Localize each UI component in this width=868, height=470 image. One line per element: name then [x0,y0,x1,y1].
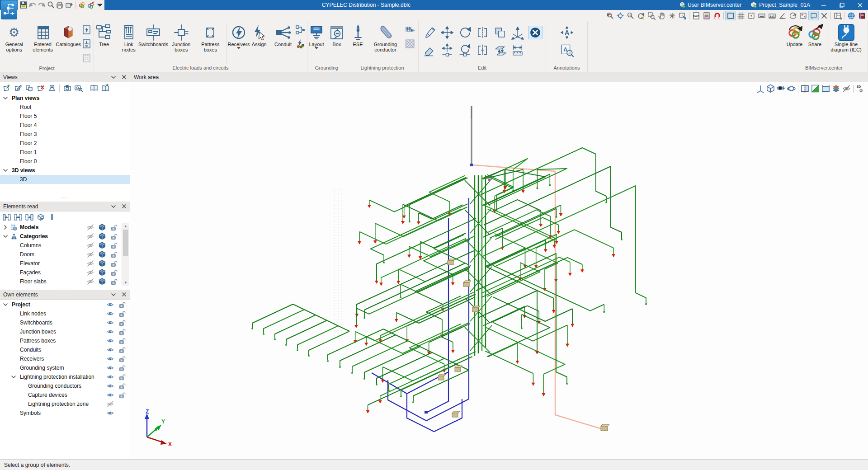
elements-read-close-button[interactable] [122,204,127,209]
section-box-button[interactable] [821,84,831,94]
rotate-view-button[interactable] [776,84,786,94]
chevron-right-icon[interactable] [3,225,8,230]
clip-plane-button[interactable] [810,84,821,94]
rotate-button[interactable] [458,26,472,39]
update-button[interactable]: Update [785,23,805,48]
view-item-roof[interactable]: Roof [0,103,130,112]
model-3d-icon[interactable] [99,269,106,276]
visibility-icon[interactable] [107,310,114,317]
layout-button[interactable]: Layout [307,23,326,50]
lock-open-icon[interactable] [118,329,126,335]
lock-open-icon[interactable] [118,320,126,326]
visibility-icon[interactable] [107,338,114,344]
own-elements-item-receivers[interactable]: Receivers [0,354,130,363]
own-elements-item-symbols[interactable]: Symbols [0,409,130,418]
dimension-button[interactable]: 1.00 [767,11,777,20]
maximize-button[interactable] [834,0,850,10]
lock-open-icon[interactable] [110,278,118,285]
model-3d-icon[interactable] [99,242,106,249]
own-elements-item-project[interactable]: Project [0,300,130,309]
orbit-view-button[interactable] [786,84,797,94]
move-text-button[interactable]: A [560,26,574,39]
link-center-button[interactable] [13,213,23,222]
window-layout-button[interactable] [832,11,843,20]
junction-boxes-button[interactable]: Junction boxes [167,23,195,53]
bimserver-web-button[interactable] [846,11,856,20]
lock-open-icon[interactable] [110,269,118,276]
dynamic-view-button[interactable] [667,11,677,20]
chevron-down-icon[interactable] [3,302,8,307]
move-point-button[interactable] [440,43,454,57]
view-cube-button[interactable] [765,84,776,94]
grounding-document-button[interactable] [81,38,93,50]
visibility-off-icon[interactable] [87,260,94,267]
entered-elements-button[interactable]: Entered elements [28,23,57,53]
model-3d-icon[interactable] [99,278,106,285]
bimserver-project-chip[interactable]: Project_Sample_01A [747,0,814,10]
lock-open-icon[interactable] [118,383,126,389]
view-item-floor-0[interactable]: Floor 0 [0,157,130,166]
scale-button[interactable] [510,26,525,39]
model-3d-icon[interactable] [99,260,106,267]
visibility-off-icon[interactable] [87,251,94,258]
share-button[interactable]: Share [805,23,825,48]
view-item-floor-1[interactable]: Floor 1 [0,148,130,157]
send-view-button[interactable] [677,11,688,20]
visibility-icon[interactable] [107,347,114,353]
link-last-button[interactable] [24,213,34,222]
view-item-floor-2[interactable]: Floor 2 [0,139,130,148]
dwg-layers-button[interactable]: DWG [701,11,712,20]
lock-open-icon[interactable] [118,356,126,362]
move-button[interactable] [440,26,454,39]
visibility-icon[interactable] [107,365,114,371]
find-text-button[interactable]: A [560,43,574,57]
visibility-icon[interactable] [107,320,114,326]
section-plane-button[interactable] [800,84,810,94]
pattress-boxes-button[interactable]: Pattress boxes [196,23,225,53]
lock-open-icon[interactable] [110,233,118,240]
bimserver-user-chip[interactable]: User BIMserver.center [675,0,745,10]
assign-button[interactable]: Assign [249,23,269,48]
tree-button[interactable]: Tree [94,23,114,48]
zoom-double-button[interactable]: x2 [625,11,636,20]
elements-read-scrollbar[interactable]: ▲ ▼ [122,223,129,286]
zoom-previous-button[interactable] [604,11,615,20]
visibility-icon[interactable] [107,374,114,380]
model-3d-icon[interactable] [99,251,106,258]
own-elements-item-grounding-conductors[interactable]: Grounding conductors [0,381,130,390]
orient-view-button[interactable] [47,84,57,93]
protection-zone-button[interactable] [404,38,416,50]
hide-elements-button[interactable] [841,84,852,94]
switchboards-button[interactable]: Switchboards [140,23,166,48]
view-item-3d[interactable]: 3D [0,175,130,184]
lock-open-icon[interactable] [118,338,126,344]
erase-button[interactable] [422,43,437,57]
view-item-floor-3[interactable]: Floor 3 [0,130,130,139]
views-collapse-button[interactable] [111,75,116,80]
own-elements-item-conduits[interactable]: Conduits [0,345,130,354]
lock-open-icon[interactable] [118,310,126,317]
print-button[interactable] [56,0,64,9]
grounding-conductor-button[interactable]: Grounding conductor [368,23,403,53]
lock-open-icon[interactable] [110,242,118,249]
ortho-mode-button[interactable] [725,11,736,20]
own-elements-item-grounding-system[interactable]: Grounding system [0,363,130,372]
lock-open-icon[interactable] [110,260,118,267]
grid-snap-button[interactable] [746,11,756,20]
lock-open-icon[interactable] [110,251,118,258]
own-elements-item-junction-boxes[interactable]: Junction boxes [0,327,130,336]
visibility-icon[interactable] [107,392,114,398]
elements-read-item-elevator[interactable]: Elevator [0,259,130,268]
measure-button[interactable] [510,43,525,57]
angle-button[interactable] [777,11,788,20]
single-line-diagram-button[interactable]: Single-line diagram (IEC) [829,23,863,53]
visibility-icon[interactable] [107,329,114,335]
close-button[interactable] [852,0,868,10]
visibility-icon[interactable] [107,356,114,362]
elements-read-item-categories[interactable]: Categories [0,232,130,241]
lock-open-icon[interactable] [118,365,126,371]
own-elements-item-pattress-boxes[interactable]: Pattress boxes [0,336,130,345]
panel-splitter[interactable]: ···· [0,286,130,290]
elements-read-item-columns[interactable]: Columns [0,241,130,250]
elements-read-collapse-button[interactable] [111,204,116,209]
